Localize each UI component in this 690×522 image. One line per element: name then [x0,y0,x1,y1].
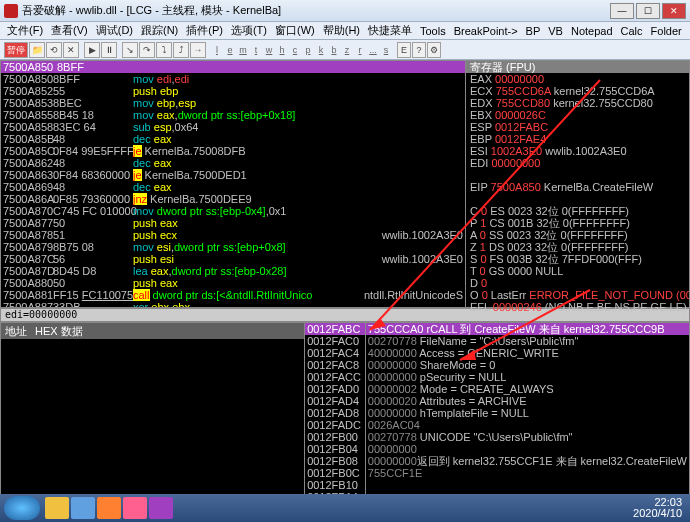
reg-row[interactable]: T 0 GS 0000 NULL [466,265,689,277]
t-btn[interactable]: t [250,45,262,55]
menu-bp[interactable]: BreakPoint-> [451,25,521,37]
stack-row[interactable]: 0012FAC0 [305,335,365,347]
reg-row[interactable] [466,169,689,181]
l-btn[interactable]: l [211,45,223,55]
menu-notepad[interactable]: Notepad [568,25,616,37]
cpu-row[interactable]: 7500A86948dec eax [1,181,465,193]
info-row[interactable]: 755CCF1E [366,467,689,479]
cpu-row[interactable]: 7500A87C56push esiwwlib.1002A3E0 [1,253,465,265]
stack-row[interactable]: 0012FAD4 [305,395,365,407]
stack-row[interactable]: 0012FADC [305,419,365,431]
c-btn[interactable]: c [289,45,301,55]
reg-row[interactable]: ESP 0012FABC [466,121,689,133]
info-row[interactable]: 40000000 Access = GENERIC_WRITE [366,347,689,359]
pause2-button[interactable]: ⏸ [101,42,117,58]
dump-pane[interactable]: 地址HEX 数据 [0,322,305,496]
cpu-row[interactable]: 7500A8558B45 18mov eax,dword ptr ss:[ebp… [1,109,465,121]
cpu-row[interactable]: 7500A870C745 FC 010000mov dword ptr ss:[… [1,205,465,217]
h-btn[interactable]: h [276,45,288,55]
stack-row[interactable]: 0012FB04 [305,443,365,455]
info-row[interactable]: 00000002 Mode = CREATE_ALWAYS [366,383,689,395]
task-app3-icon[interactable] [149,497,173,519]
reg-row[interactable]: EDX 755CCD80 kernel32.755CCD80 [466,97,689,109]
cpu-row[interactable]: 7500A8508BFFmov edi,edi [1,73,465,85]
stack-row[interactable]: 0012FB00 [305,431,365,443]
p-btn[interactable]: p [302,45,314,55]
cpu-row[interactable]: 7500A85255push ebp [1,85,465,97]
dots-btn[interactable]: ... [367,45,379,55]
stack-row[interactable]: 0012FACC [305,371,365,383]
menu-tools[interactable]: Tools [417,25,449,37]
et-btn[interactable]: E [397,42,411,58]
tt-btn[interactable]: ? [412,42,426,58]
reg-row[interactable] [466,193,689,205]
stop-button[interactable]: ✕ [63,42,79,58]
cpu-row[interactable]: 7500A8538BECmov ebp,esp [1,97,465,109]
task-explorer-icon[interactable] [71,497,95,519]
info-row[interactable]: 00000000返回到 kernel32.755CCF1E 来自 kernel3… [366,455,689,467]
stack-row[interactable]: 0012FB08 [305,455,365,467]
stepinto-button[interactable]: ↘ [122,42,138,58]
reg-row[interactable]: EBP 0012FAE4 [466,133,689,145]
reg-row[interactable]: A 0 SS 0023 32位 0(FFFFFFFF) [466,229,689,241]
menu-vb[interactable]: VB [545,25,566,37]
cpu-row[interactable]: 7500A881FF15 FC110075call dword ptr ds:[… [1,289,465,301]
menu-help[interactable]: 帮助(H) [320,23,363,38]
system-tray[interactable]: 22:03 2020/4/10 [633,497,686,519]
cpu-row[interactable]: 7500A86A0F85 79360000jnz KernelBa.7500DE… [1,193,465,205]
info-row[interactable]: 00270778 UNICODE "C:\Users\Public\fm" [366,431,689,443]
task-app1-icon[interactable] [97,497,121,519]
b-btn[interactable]: b [328,45,340,55]
run-button[interactable]: ▶ [84,42,100,58]
task-folder-icon[interactable] [45,497,69,519]
menu-shortcut[interactable]: 快捷菜单 [365,23,415,38]
info-row[interactable]: 00000020 Attributes = ARCHIVE [366,395,689,407]
stepover-button[interactable]: ↷ [139,42,155,58]
cpu-row[interactable]: 7500A85883EC 64sub esp,0x64 [1,121,465,133]
cpu-row[interactable]: 7500A88050push eax [1,277,465,289]
reg-row[interactable]: P 1 CS 001B 32位 0(FFFFFFFF) [466,217,689,229]
registers-pane[interactable]: 寄存器 (FPU) EAX 00000000ECX 755CCD6A kerne… [466,60,690,308]
restart-button[interactable]: ⟲ [46,42,62,58]
stack-row[interactable]: 0012FAD0 [305,383,365,395]
traceover-button[interactable]: ⤴ [173,42,189,58]
cpu-row[interactable]: 7500A87750push eax [1,217,465,229]
cpu-row[interactable]: 7500A87851push ecxwwlib.1002A3E0 [1,229,465,241]
cpu-row[interactable]: 7500A85B48dec eax [1,133,465,145]
k-btn[interactable]: k [315,45,327,55]
open-button[interactable]: 📁 [29,42,45,58]
s-btn[interactable]: s [380,45,392,55]
menu-debug[interactable]: 调试(D) [93,23,136,38]
tilret-button[interactable]: → [190,42,206,58]
info-row[interactable]: 00000000 pSecurity = NULL [366,371,689,383]
traceinto-button[interactable]: ⤵ [156,42,172,58]
menu-file[interactable]: 文件(F) [4,23,46,38]
menu-bp2[interactable]: BP [523,25,544,37]
reg-row[interactable]: EFL 00000246 (NO,NB,E,BE,NS,PE,GE,LE) [466,301,689,313]
menu-calc[interactable]: Calc [618,25,646,37]
reg-row[interactable]: ESI 1002A3E0 wwlib.1002A3E0 [466,145,689,157]
reg-row[interactable]: EAX 00000000 [466,73,689,85]
info-row[interactable]: 0026AC04 [366,419,689,431]
menu-plugin[interactable]: 插件(P) [183,23,226,38]
reg-row[interactable]: EDI 00000000 [466,157,689,169]
menu-trace[interactable]: 跟踪(N) [138,23,181,38]
pause-button[interactable]: 暂停 [4,42,28,58]
cpu-pane[interactable]: 7500A8508BFF 7500A8508BFFmov edi,edi7500… [0,60,466,308]
info-row[interactable]: 00000000 ShareMode = 0 [366,359,689,371]
task-app2-icon[interactable] [123,497,147,519]
reg-row[interactable]: EBX 0000026C [466,109,689,121]
reg-row[interactable]: C 0 ES 0023 32位 0(FFFFFFFF) [466,205,689,217]
cpu-row[interactable]: 7500A8798B75 08mov esi,dword ptr ss:[ebp… [1,241,465,253]
cfg-btn[interactable]: ⚙ [427,42,441,58]
info-pane[interactable]: 755CCCA0 rCALL 到 CreateFileW 来自 kernel32… [366,322,690,496]
cpu-row[interactable]: 7500A86248dec eax [1,157,465,169]
menu-window[interactable]: 窗口(W) [272,23,318,38]
r-btn[interactable]: r [354,45,366,55]
info-row[interactable]: 00270778 FileName = "C:\Users\Public\fm" [366,335,689,347]
stack-pane[interactable]: 0012FABC 0012FAC00012FAC40012FAC80012FAC… [305,322,366,496]
w-btn[interactable]: w [263,45,275,55]
stack-row[interactable]: 0012FAD8 [305,407,365,419]
reg-row[interactable]: O 0 LastErr ERROR_FILE_NOT_FOUND (00 [466,289,689,301]
reg-row[interactable]: Z 1 DS 0023 32位 0(FFFFFFFF) [466,241,689,253]
